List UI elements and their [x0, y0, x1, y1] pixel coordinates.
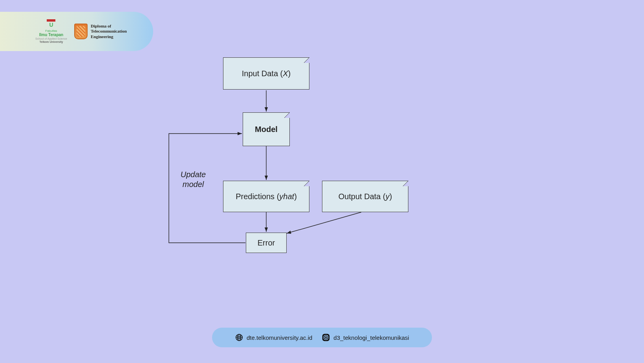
flow-diagram: Input Data (X) Model Predictions (yhat) …: [165, 55, 416, 259]
node-model: Model: [243, 112, 290, 146]
footer-website: dte.telkomuniversity.ac.id: [235, 333, 312, 342]
node-error: Error: [246, 233, 287, 253]
footer-instagram: d3_teknologi_telekomunikasi: [322, 333, 409, 342]
node-predictions-label-a: Predictions (: [236, 192, 279, 201]
node-predictions-var: yhat: [279, 192, 294, 201]
node-input-var: X: [283, 69, 288, 78]
faculty-logo: Fakultas Ilmu Terapan School of Applied …: [35, 19, 67, 44]
footer-pill: dte.telkomuniversity.ac.id d3_teknologi_…: [212, 328, 432, 347]
dept-line2: Telecommunication: [91, 29, 127, 34]
telkom-u-icon: [47, 19, 55, 28]
annotation-line2: model: [170, 180, 217, 189]
dept-line1: Diploma of: [91, 24, 127, 29]
header-logo-pill: Fakultas Ilmu Terapan School of Applied …: [0, 12, 153, 51]
faculty-line1: Fakultas: [45, 29, 57, 33]
department-text: Diploma of Telecommunication Engineering: [91, 24, 127, 39]
node-output-label-b: ): [390, 192, 392, 201]
footer-instagram-text: d3_teknologi_telekomunikasi: [333, 334, 409, 341]
shield-icon: [74, 24, 88, 39]
node-input-label-b: ): [288, 69, 291, 78]
globe-icon: [235, 333, 243, 342]
svg-line-3: [287, 212, 361, 233]
faculty-line2: Ilmu Terapan: [39, 33, 64, 37]
dept-line3: Engineering: [91, 34, 127, 39]
department-logo: Diploma of Telecommunication Engineering: [74, 24, 127, 39]
svg-point-10: [327, 336, 328, 336]
node-output-var: y: [386, 192, 390, 201]
node-output-data: Output Data (y): [322, 181, 408, 212]
node-predictions-label-b: ): [294, 192, 297, 201]
node-predictions: Predictions (yhat): [223, 181, 309, 212]
annotation-update-model: Update model: [170, 170, 217, 189]
node-output-label-a: Output Data (: [338, 192, 386, 201]
faculty-line3: School of Applied Science: [35, 37, 67, 40]
faculty-line4: Telkom University: [40, 40, 63, 44]
footer-website-text: dte.telkomuniversity.ac.id: [247, 334, 312, 341]
annotation-line1: Update: [170, 170, 217, 180]
node-input-data: Input Data (X): [223, 57, 309, 90]
node-input-label-a: Input Data (: [242, 69, 283, 78]
instagram-icon: [322, 333, 330, 342]
svg-rect-7: [322, 334, 329, 341]
